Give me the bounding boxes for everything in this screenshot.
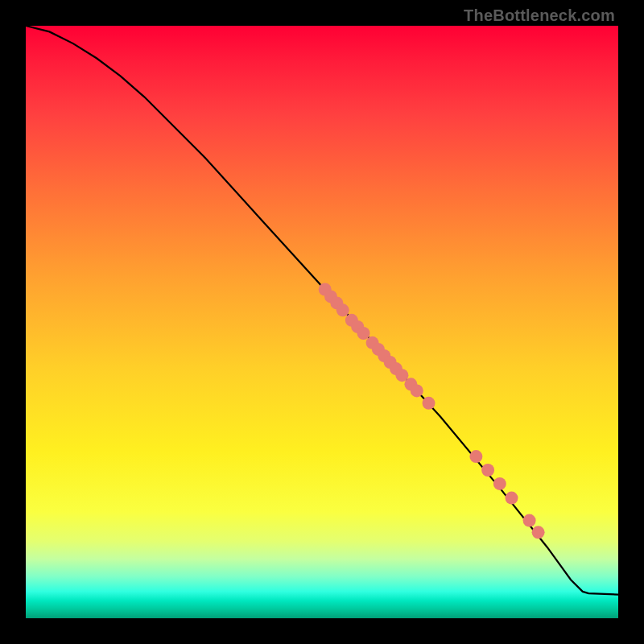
data-point bbox=[493, 477, 506, 490]
chart-svg bbox=[26, 26, 618, 618]
watermark-text: TheBottleneck.com bbox=[464, 6, 615, 25]
chart-gradient-area bbox=[26, 26, 618, 618]
data-point bbox=[357, 327, 370, 340]
data-point bbox=[423, 397, 436, 410]
chart-curve bbox=[26, 26, 618, 595]
data-point bbox=[411, 384, 423, 397]
data-point bbox=[336, 303, 349, 316]
data-point bbox=[523, 514, 536, 527]
data-point bbox=[481, 464, 494, 477]
data-point bbox=[532, 526, 545, 539]
data-point bbox=[469, 450, 482, 463]
data-point bbox=[506, 492, 518, 505]
chart-points bbox=[319, 283, 545, 539]
